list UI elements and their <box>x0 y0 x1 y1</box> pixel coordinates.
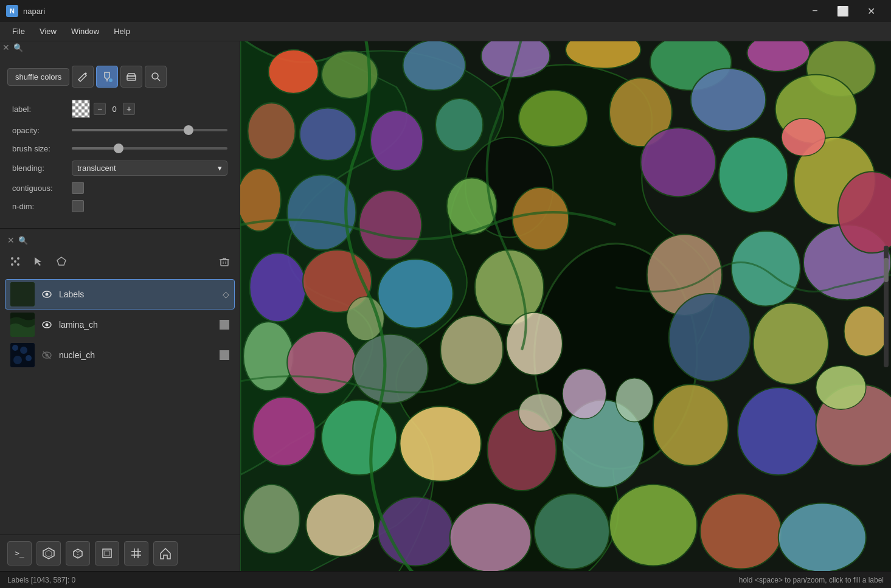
fill-bucket-button[interactable] <box>96 66 118 88</box>
layer-section: ✕ 🔍 <box>0 229 240 534</box>
layer-thumbnail-lamina <box>10 313 35 337</box>
layer-item-lamina[interactable]: lamina_ch <box>5 310 235 340</box>
brush-size-track <box>72 147 227 150</box>
layer-item-labels[interactable]: Labels ◇ <box>5 279 235 310</box>
layer-thumbnail-nuclei <box>10 343 35 367</box>
select-tool-button[interactable] <box>28 251 49 272</box>
maximize-button[interactable]: ⬜ <box>829 0 857 22</box>
svg-point-25 <box>12 345 18 351</box>
lamina-color-swatch <box>220 320 229 330</box>
grid-view-button[interactable] <box>124 541 148 566</box>
svg-point-94 <box>378 497 452 566</box>
svg-rect-36 <box>103 549 111 558</box>
controls-search-icon[interactable]: 🔍 <box>13 43 23 52</box>
blending-row: blending: translucent ▾ <box>12 161 227 176</box>
svg-point-53 <box>248 103 295 159</box>
svg-point-65 <box>513 187 569 250</box>
eraser-button[interactable] <box>120 66 142 88</box>
svg-point-74 <box>732 231 800 306</box>
menu-bar: File View Window Help <box>0 22 891 41</box>
svg-point-100 <box>563 368 606 418</box>
plugin-manager-button[interactable] <box>36 541 61 566</box>
properties-section: label: − 0 + opacity: <box>5 95 235 223</box>
lamina-visibility-button[interactable] <box>40 317 54 332</box>
svg-point-106 <box>816 365 866 409</box>
menu-file[interactable]: File <box>5 24 32 38</box>
shuffle-colors-button[interactable]: shuffle colors <box>7 68 69 86</box>
opacity-label: opacity: <box>12 126 67 135</box>
contiguous-checkbox[interactable] <box>72 182 84 194</box>
svg-point-95 <box>450 503 532 571</box>
2d-icon <box>100 547 114 560</box>
canvas-area[interactable] <box>240 41 891 571</box>
status-hint: hold <space> to pan/zoom, click to fill … <box>739 576 884 584</box>
label-row: label: − 0 + <box>12 100 227 118</box>
canvas-scroll-thumb[interactable] <box>884 258 889 282</box>
ndim-label: n-dim: <box>12 202 67 211</box>
svg-point-23 <box>46 323 49 327</box>
2d-view-button[interactable] <box>95 541 119 566</box>
lamina-layer-name: lamina_ch <box>59 320 215 330</box>
label-value-display: 0 <box>108 105 120 114</box>
svg-point-101 <box>615 378 653 422</box>
opacity-row: opacity: <box>12 124 227 136</box>
svg-line-4 <box>158 78 160 81</box>
controls-search-bar: ✕ 🔍 <box>0 41 240 54</box>
svg-point-89 <box>653 384 728 466</box>
canvas-scrollbar[interactable] <box>884 246 889 367</box>
brush-size-thumb[interactable] <box>114 144 123 153</box>
app-icon: N <box>6 5 18 17</box>
ndim-checkbox[interactable] <box>72 200 84 212</box>
plugin-icon <box>42 547 55 560</box>
svg-point-63 <box>359 190 421 259</box>
home-button[interactable] <box>153 541 178 566</box>
menu-view[interactable]: View <box>32 24 64 38</box>
svg-point-98 <box>700 494 782 569</box>
search-labels-button[interactable] <box>145 66 167 88</box>
label-decrement-button[interactable]: − <box>94 103 106 115</box>
labels-visibility-button[interactable] <box>40 287 54 302</box>
layer-search-icon[interactable]: 🔍 <box>18 236 28 245</box>
svg-point-83 <box>754 303 828 384</box>
nuclei-color-swatch <box>220 350 229 360</box>
opacity-slider[interactable] <box>72 124 227 136</box>
layer-list: Labels ◇ <box>5 279 235 370</box>
svg-point-102 <box>519 394 563 432</box>
layer-item-nuclei[interactable]: nuclei_ch <box>5 340 235 370</box>
status-bar: Labels [1043, 587]: 0 hold <space> to pa… <box>0 571 891 588</box>
status-coordinates: Labels [1043, 587]: 0 <box>7 576 727 584</box>
controls-toolbar: shuffle colors <box>5 63 235 90</box>
controls-section: shuffle colors <box>0 58 240 229</box>
layer-search-close[interactable]: ✕ <box>7 235 15 245</box>
close-button[interactable]: ✕ <box>857 0 885 22</box>
svg-point-97 <box>609 485 697 566</box>
paint-brush-button[interactable] <box>72 66 94 88</box>
menu-window[interactable]: Window <box>64 24 106 38</box>
svg-point-77 <box>243 322 293 390</box>
brush-size-slider[interactable] <box>72 142 227 154</box>
blending-label: blending: <box>12 164 67 173</box>
opacity-thumb[interactable] <box>184 125 193 135</box>
blending-dropdown[interactable]: translucent ▾ <box>72 161 227 176</box>
terminal-button[interactable]: >_ <box>7 541 32 566</box>
svg-point-92 <box>243 485 300 553</box>
label-increment-button[interactable]: + <box>123 103 135 115</box>
3d-view-button[interactable] <box>66 541 90 566</box>
svg-point-81 <box>506 313 563 375</box>
layer-search-bar: ✕ 🔍 <box>5 234 235 246</box>
svg-point-104 <box>782 119 825 156</box>
nuclei-visibility-button[interactable] <box>40 348 54 362</box>
contiguous-row: contiguous: <box>12 182 227 194</box>
cell-visualization <box>240 41 891 571</box>
polygon-tool-button[interactable] <box>51 251 72 272</box>
label-color-swatch[interactable] <box>72 100 90 118</box>
label-property-label: label: <box>12 105 67 114</box>
delete-layer-button[interactable] <box>214 251 235 272</box>
points-tool-button[interactable] <box>5 251 26 272</box>
menu-help[interactable]: Help <box>106 24 137 38</box>
minimize-button[interactable]: − <box>801 0 829 22</box>
controls-search-close[interactable]: ✕ <box>2 43 10 52</box>
labels-layer-name: Labels <box>59 289 218 299</box>
nuclei-layer-name: nuclei_ch <box>59 350 215 360</box>
svg-point-27 <box>13 356 22 364</box>
